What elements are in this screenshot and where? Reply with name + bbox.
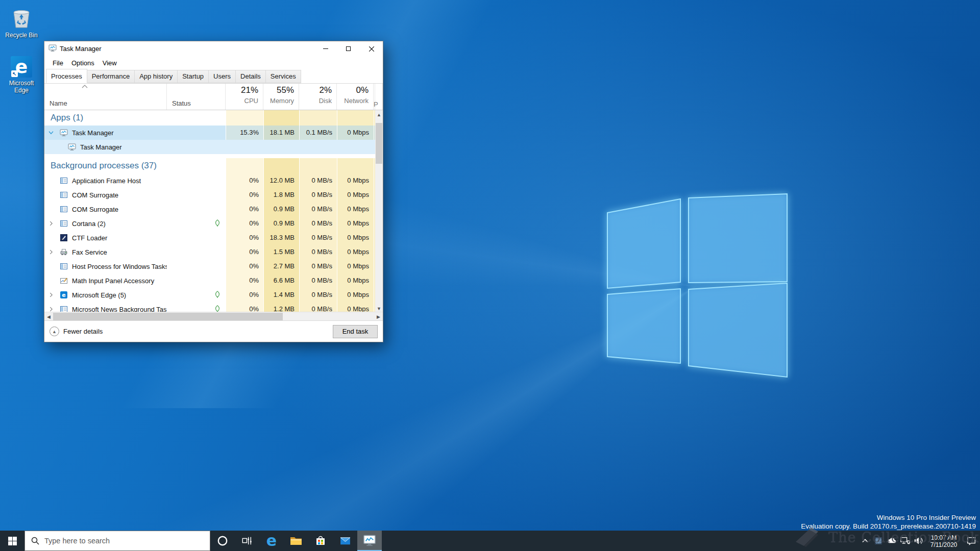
process-row[interactable]: Cortana (2)0%0.9 MB0 MB/s0 Mbps — [44, 216, 375, 231]
desktop-icon-microsoft-edge[interactable]: e ↖ Microsoft Edge — [0, 56, 43, 94]
scroll-down-arrow[interactable]: ▼ — [375, 304, 383, 312]
column-header-network[interactable]: 0% Network — [337, 84, 374, 110]
expand-chevron-icon[interactable] — [47, 291, 55, 298]
disk-cell: 0 MB/s — [299, 173, 337, 188]
tab-services[interactable]: Services — [265, 70, 301, 83]
process-name: Fax Service — [72, 248, 107, 256]
process-name: Microsoft Edge (5) — [72, 291, 126, 299]
memory-cell: 1.5 MB — [263, 245, 299, 259]
tray-app-button[interactable] — [872, 531, 885, 551]
child-process-row[interactable]: Task Manager — [44, 140, 375, 154]
group-header-row[interactable]: Apps (1) — [44, 110, 375, 126]
process-row[interactable]: Microsoft News Background Tas0%1.2 MB0 M… — [44, 302, 375, 312]
network-button[interactable] — [898, 531, 912, 551]
hidden-icons-button[interactable] — [859, 531, 872, 551]
edge-icon: e ↖ — [11, 56, 32, 78]
task-manager-icon — [363, 534, 376, 547]
process-name: Microsoft News Background Tas — [72, 306, 166, 312]
title-bar[interactable]: Task Manager — [44, 41, 383, 57]
column-header-name[interactable]: Name — [44, 84, 167, 110]
cortana-button[interactable] — [210, 531, 235, 551]
process-row[interactable]: Math Input Panel Accessory0%6.6 MB0 MB/s… — [44, 273, 375, 288]
desktop-icon-recycle-bin[interactable]: Recycle Bin — [0, 6, 43, 39]
menu-item-options[interactable]: Options — [67, 57, 99, 69]
mail-button[interactable] — [333, 531, 357, 551]
tab-startup[interactable]: Startup — [177, 70, 209, 83]
tab-details[interactable]: Details — [235, 70, 266, 83]
close-button[interactable] — [360, 41, 383, 57]
process-list: Apps (1)Task Manager15.3%18.1 MB0.1 MB/s… — [44, 110, 375, 312]
disk-cell: 0 MB/s — [299, 216, 337, 231]
taskbar-search[interactable] — [24, 531, 210, 551]
process-row[interactable]: Task Manager15.3%18.1 MB0.1 MB/s0 Mbps — [44, 126, 375, 140]
process-row[interactable]: Host Process for Windows Tasks0%2.7 MB0 … — [44, 259, 375, 273]
disk-cell — [299, 140, 337, 154]
memory-cell: 18.3 MB — [263, 231, 299, 245]
process-name: COM Surrogate — [72, 206, 118, 213]
process-row[interactable]: Application Frame Host0%12.0 MB0 MB/s0 M… — [44, 173, 375, 188]
expand-chevron-icon[interactable] — [47, 248, 55, 256]
suspended-leaf-icon — [213, 219, 222, 227]
status-cell — [167, 216, 226, 231]
edge-taskbar-button[interactable]: e — [259, 531, 284, 551]
file-explorer-button[interactable] — [284, 531, 308, 551]
task-view-button[interactable] — [235, 531, 259, 551]
disk-cell: 0 MB/s — [299, 188, 337, 202]
end-task-button[interactable]: End task — [333, 325, 378, 338]
tab-processes[interactable]: Processes — [46, 69, 87, 83]
fewer-details-button[interactable]: ▲ Fewer details — [50, 327, 103, 336]
menu-item-file[interactable]: File — [48, 57, 67, 69]
vertical-scroll-thumb[interactable] — [376, 123, 382, 164]
tray-date: 7/11/2020 — [925, 541, 963, 548]
store-button[interactable] — [308, 531, 333, 551]
column-header-disk[interactable]: 2% Disk — [299, 84, 337, 110]
action-center-button[interactable] — [963, 531, 980, 551]
search-input[interactable] — [44, 537, 192, 545]
window-title: Task Manager — [60, 45, 102, 53]
tab-users[interactable]: Users — [208, 70, 236, 83]
scroll-left-arrow[interactable]: ◀ — [44, 312, 53, 321]
cpu-cell: 0% — [226, 216, 263, 231]
process-row[interactable]: COM Surrogate0%1.8 MB0 MB/s0 Mbps — [44, 188, 375, 202]
column-header-cpu[interactable]: 21% CPU — [226, 84, 263, 110]
status-cell — [167, 202, 226, 216]
expand-chevron-icon[interactable] — [47, 220, 55, 227]
scroll-right-arrow[interactable]: ▶ — [374, 312, 383, 321]
column-header-memory[interactable]: 55% Memory — [263, 84, 299, 110]
volume-button[interactable] — [912, 531, 925, 551]
cpu-cell — [226, 140, 263, 154]
minimize-button[interactable] — [314, 41, 337, 57]
name-cell: Microsoft News Background Tas — [44, 302, 167, 312]
vertical-scrollbar[interactable]: ▲ ▼ — [375, 110, 383, 312]
scroll-up-arrow[interactable]: ▲ — [375, 110, 383, 119]
onedrive-button[interactable] — [885, 531, 898, 551]
memory-cell: 18.1 MB — [263, 126, 299, 140]
ctf-loader-icon — [60, 234, 68, 242]
process-row[interactable]: Fax Service0%1.5 MB0 MB/s0 Mbps — [44, 245, 375, 259]
column-header-status[interactable]: Status — [167, 84, 226, 110]
group-label: Apps (1) — [44, 110, 226, 126]
evaluation-watermark: Windows 10 Pro Insider Preview Evaluatio… — [801, 513, 976, 531]
process-list-area: Apps (1)Task Manager15.3%18.1 MB0.1 MB/s… — [44, 110, 383, 312]
tray-clock[interactable]: 10:07 AM 7/11/2020 — [925, 534, 963, 548]
tray-app-icon — [874, 537, 883, 545]
cpu-cell: 0% — [226, 202, 263, 216]
name-cell: eMicrosoft Edge (5) — [44, 288, 167, 302]
maximize-button[interactable] — [337, 41, 360, 57]
collapse-chevron-icon[interactable] — [47, 129, 55, 136]
menu-item-view[interactable]: View — [99, 57, 121, 69]
default-app-icon — [60, 205, 68, 213]
tab-app-history[interactable]: App history — [134, 70, 178, 83]
process-row[interactable]: eMicrosoft Edge (5)0%1.4 MB0 MB/s0 Mbps — [44, 288, 375, 302]
expand-chevron-icon[interactable] — [47, 306, 55, 312]
group-header-row[interactable]: Background processes (37) — [44, 158, 375, 173]
start-button[interactable] — [0, 531, 24, 551]
cpu-cell: 0% — [226, 259, 263, 273]
horizontal-scrollbar[interactable]: ◀ ▶ — [44, 312, 383, 320]
network-cell — [337, 140, 374, 154]
task-manager-taskbar-button[interactable] — [357, 531, 382, 551]
horizontal-scroll-thumb[interactable] — [53, 313, 283, 320]
process-row[interactable]: CTF Loader0%18.3 MB0 MB/s0 Mbps — [44, 231, 375, 245]
tab-performance[interactable]: Performance — [87, 70, 135, 83]
process-row[interactable]: COM Surrogate0%0.9 MB0 MB/s0 Mbps — [44, 202, 375, 216]
